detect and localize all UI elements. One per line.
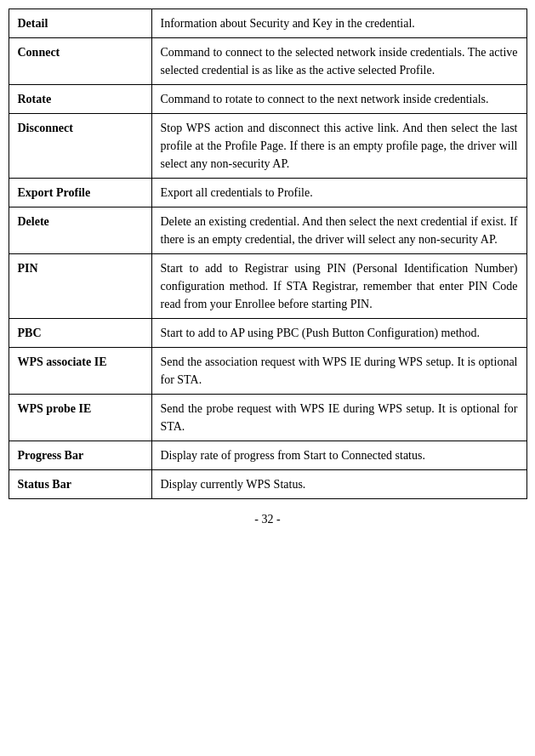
- row-label: Progress Bar: [9, 441, 151, 470]
- row-label: Rotate: [9, 85, 151, 114]
- row-description: Command to connect to the selected netwo…: [151, 38, 526, 85]
- table-row: WPS associate IESend the association req…: [9, 348, 526, 395]
- row-label: WPS associate IE: [9, 348, 151, 395]
- row-description: Display currently WPS Status.: [151, 470, 526, 499]
- row-description: Start to add to AP using PBC (Push Butto…: [151, 319, 526, 348]
- table-row: DetailInformation about Security and Key…: [9, 9, 526, 38]
- table-row: Progress BarDisplay rate of progress fro…: [9, 441, 526, 470]
- row-label: PBC: [9, 319, 151, 348]
- table-row: RotateCommand to rotate to connect to th…: [9, 85, 526, 114]
- row-description: Delete an existing credential. And then …: [151, 207, 526, 254]
- row-description: Stop WPS action and disconnect this acti…: [151, 114, 526, 179]
- table-row: DeleteDelete an existing credential. And…: [9, 207, 526, 254]
- row-description: Command to rotate to connect to the next…: [151, 85, 526, 114]
- row-description: Information about Security and Key in th…: [151, 9, 526, 38]
- table-row: PBCStart to add to AP using PBC (Push Bu…: [9, 319, 526, 348]
- row-description: Export all credentials to Profile.: [151, 179, 526, 207]
- table-row: Export ProfileExport all credentials to …: [9, 179, 526, 207]
- row-description: Send the probe request with WPS IE durin…: [151, 395, 526, 441]
- table-row: DisconnectStop WPS action and disconnect…: [9, 114, 526, 179]
- reference-table: DetailInformation about Security and Key…: [9, 9, 527, 499]
- table-row: ConnectCommand to connect to the selecte…: [9, 38, 526, 85]
- row-description: Send the association request with WPS IE…: [151, 348, 526, 395]
- row-label: Delete: [9, 207, 151, 254]
- row-label: Export Profile: [9, 179, 151, 207]
- page-number: - 32 -: [9, 513, 527, 526]
- row-label: PIN: [9, 254, 151, 319]
- row-label: Detail: [9, 9, 151, 38]
- row-label: Status Bar: [9, 470, 151, 499]
- page-container: DetailInformation about Security and Key…: [9, 9, 527, 526]
- row-label: Disconnect: [9, 114, 151, 179]
- table-row: WPS probe IESend the probe request with …: [9, 395, 526, 441]
- table-row: Status BarDisplay currently WPS Status.: [9, 470, 526, 499]
- row-label: Connect: [9, 38, 151, 85]
- row-description: Start to add to Registrar using PIN (Per…: [151, 254, 526, 319]
- row-description: Display rate of progress from Start to C…: [151, 441, 526, 470]
- table-row: PINStart to add to Registrar using PIN (…: [9, 254, 526, 319]
- row-label: WPS probe IE: [9, 395, 151, 441]
